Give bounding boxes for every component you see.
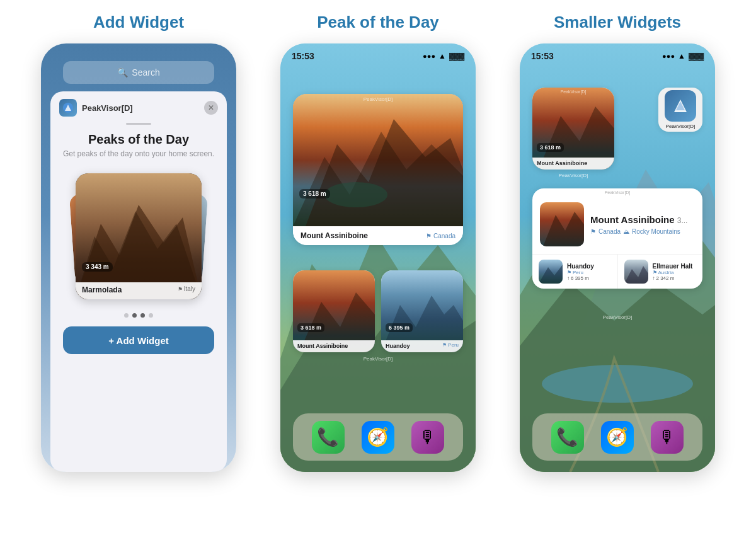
s3-mw-bottom-label: PeakVisor[D]	[520, 314, 715, 320]
panel-subtitle: Get peaks of the day onto your home scre…	[53, 149, 224, 158]
section-peak-of-day: Peak of the Day	[258, 13, 498, 472]
section2-title: Peak of the Day	[317, 13, 439, 32]
dock-safari-2[interactable]: 🧭	[362, 421, 394, 454]
s3-small-cell-2: Ellmauer Halt ⚑ Austria ↑ 2 342 m	[618, 255, 703, 289]
s3-app-icon[interactable]: PeakVisor[D]	[658, 88, 702, 132]
widget-preview: 3 343 m Marmolada ⚑ Italy	[69, 167, 208, 306]
large-widget-label: PeakVisor[D]	[293, 96, 463, 102]
small-widget-label: PeakVisor[D]	[280, 356, 476, 362]
dock-phone-2[interactable]: 📞	[312, 421, 345, 454]
s3-sc2-info: Ellmauer Halt ⚑ Austria ↑ 2 342 m	[653, 263, 693, 281]
wifi-icon: ▲	[438, 52, 446, 60]
s3-mw-img	[540, 202, 584, 246]
s3-mw-peak: Mount Assiniboine 3...	[590, 214, 695, 226]
s3-sc1-peak: Huandoy	[567, 263, 594, 270]
flag-sc2: ⚑	[653, 270, 657, 275]
app-icon-label: PeakVisor[D]	[666, 124, 696, 129]
s3-mw-elev: 3...	[677, 216, 688, 225]
s3-mw-main-row: Mount Assiniboine 3... ⚑ Canada ⛰ Rocky …	[532, 195, 702, 254]
elev-icon-sc1: ↑	[567, 275, 570, 281]
app-icon-inner	[665, 90, 696, 122]
status-bar-2: 15:53 ●●● ▲ ▓▓▓	[280, 43, 476, 61]
battery-icon-3: ▓▓▓	[689, 52, 704, 60]
svg-marker-21	[543, 212, 584, 246]
search-label: Search	[132, 67, 159, 78]
dock-safari-3[interactable]: 🧭	[601, 421, 634, 454]
signal-icon: ●●●	[423, 52, 435, 60]
s3-mw-info: Mount Assiniboine 3... ⚑ Canada ⛰ Rocky …	[590, 214, 695, 235]
time-display-2: 15:53	[292, 51, 314, 61]
panel-title: Peaks of the Day	[88, 132, 189, 147]
flag-icon-sw2: ⚑	[442, 342, 447, 348]
signal-icon-3: ●●●	[662, 52, 675, 60]
main-mountain-image	[76, 173, 202, 299]
s3-mw-small-row: Huandoy ⚑ Peru ↑ 6 395 m	[532, 254, 702, 289]
sw2-elevation: 6 395 m	[386, 323, 413, 332]
svg-marker-22	[539, 265, 563, 284]
flag-icon-mw: ⚑	[590, 228, 596, 235]
phone1-background: 🔍 Search PeakVisor[D] ✕ Peaks of the Day	[41, 43, 236, 472]
search-bar[interactable]: 🔍 Search	[63, 61, 214, 84]
widget-panel-header: PeakVisor[D] ✕	[50, 91, 227, 122]
dot-2	[132, 313, 137, 318]
app-name-label: PeakVisor[D]	[82, 103, 199, 113]
elev-icon-sc2: ↑	[653, 275, 655, 281]
s3-sc2-elev: ↑ 2 342 m	[653, 275, 693, 281]
phone3-screen: 15:53 ●●● ▲ ▓▓▓ 3 618 m	[520, 43, 715, 472]
main-elevation: 3 343 m	[82, 262, 113, 272]
s3-sc1-country: ⚑ Peru	[567, 270, 594, 275]
s3-sw-info: Mount Assiniboine	[532, 158, 614, 170]
s3-sc1-info: Huandoy ⚑ Peru ↑ 6 395 m	[567, 263, 594, 281]
large-country: ⚑ Canada	[426, 233, 455, 239]
main-widget-info: Marmolada ⚑ Italy	[76, 282, 202, 299]
phone2-screen: 15:53 ●●● ▲ ▓▓▓	[280, 43, 476, 472]
sw1-info: Mount Assiniboine	[293, 340, 375, 352]
large-widget-image: PeakVisor[D] 3 618 m	[293, 94, 463, 226]
time-display-3: 15:53	[531, 51, 554, 61]
dock-podcasts-2[interactable]: 🎙	[411, 421, 444, 454]
s3-sw-label: PeakVisor[D]	[532, 89, 614, 94]
preview-main: 3 343 m Marmolada ⚑ Italy	[76, 173, 202, 299]
s3-mw-regions: ⚑ Canada ⛰ Rocky Mountains	[590, 228, 695, 235]
sw1-elevation: 3 618 m	[297, 323, 324, 332]
add-widget-label: + Add Widget	[108, 335, 169, 346]
dot-4	[149, 313, 153, 318]
section1-title: Add Widget	[93, 13, 184, 32]
dot-1	[124, 313, 129, 318]
app-icon	[59, 99, 77, 117]
s3-medium-widget: PeakVisor[D] Mount Assiniboine 3...	[532, 188, 702, 289]
s3-sc2-img	[624, 260, 648, 284]
widget-panel: PeakVisor[D] ✕ Peaks of the Day Get peak…	[50, 91, 227, 472]
svg-marker-23	[624, 266, 648, 284]
dock-2: 📞 🧭 🎙	[293, 413, 463, 461]
s3-sc1-elev: ↑ 6 395 m	[567, 275, 594, 281]
page-dots	[124, 313, 153, 318]
svg-point-10	[324, 182, 387, 207]
search-icon: 🔍	[117, 67, 128, 78]
small-widget-1: 3 618 m Mount Assiniboine	[293, 270, 375, 352]
s3-mw-label: PeakVisor[D]	[532, 188, 702, 195]
large-widget: PeakVisor[D] 3 618 m Mount Assiniboine ⚑…	[293, 94, 463, 245]
large-widget-bottom: Mount Assiniboine ⚑ Canada	[293, 226, 463, 245]
s3-sc1-img	[539, 260, 563, 284]
s3-sc2-country: ⚑ Austria	[653, 270, 693, 275]
dot-3	[140, 313, 145, 318]
sw1-peak: Mount Assiniboine	[297, 343, 370, 349]
wifi-icon-3: ▲	[678, 52, 685, 60]
section3-title: Smaller Widgets	[554, 13, 681, 32]
close-button[interactable]: ✕	[204, 101, 218, 115]
sections-row: Add Widget 🔍 Search PeakVisor[D] ✕	[0, 0, 756, 472]
flag-sc1: ⚑	[567, 270, 571, 275]
dock-phone-3[interactable]: 📞	[551, 421, 584, 454]
panel-divider	[126, 123, 151, 125]
mountain-icon-mw: ⛰	[623, 228, 629, 235]
dock-podcasts-3[interactable]: 🎙	[651, 421, 684, 454]
add-widget-button[interactable]: + Add Widget	[63, 326, 214, 354]
status-icons-2: ●●● ▲ ▓▓▓	[423, 52, 464, 60]
battery-icon: ▓▓▓	[449, 52, 464, 60]
sw2-info: Huandoy ⚑ Peru	[381, 340, 463, 352]
large-elevation: 3 618 m	[299, 189, 330, 198]
s3-sw-bottom-label: PeakVisor[D]	[532, 173, 614, 178]
s3-sc2-peak: Ellmauer Halt	[653, 263, 693, 270]
s3-small-cell-1: Huandoy ⚑ Peru ↑ 6 395 m	[532, 255, 617, 289]
